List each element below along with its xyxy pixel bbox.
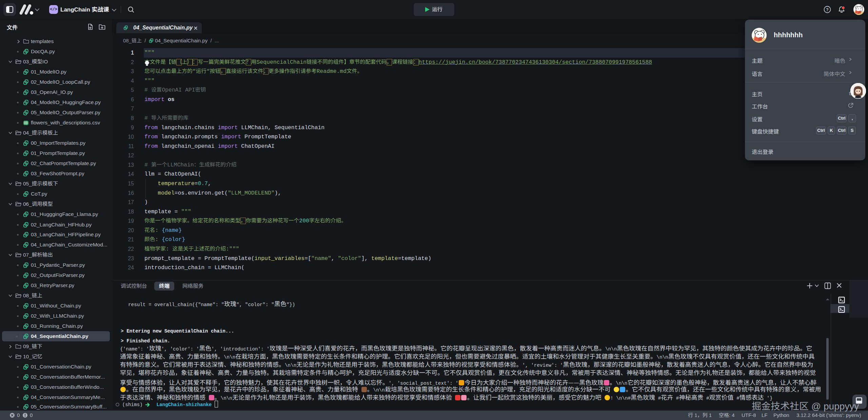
svg-text:?: ?: [826, 7, 828, 12]
